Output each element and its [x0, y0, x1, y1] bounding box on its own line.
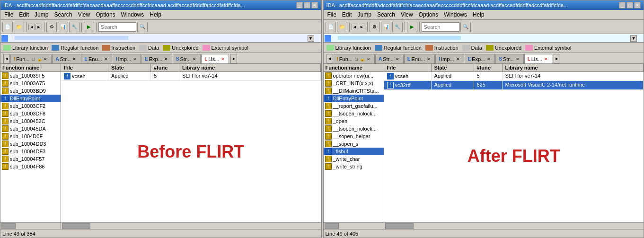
func-item-12-right[interactable]: f _write_string — [324, 163, 384, 170]
menu-jump-right[interactable]: Jump — [355, 10, 374, 19]
tab-close-str2-right[interactable]: ✕ — [515, 56, 520, 62]
tab-exp-right[interactable]: E Exp... ✕ — [465, 54, 495, 63]
back-arrow-right[interactable]: ◄ — [352, 24, 358, 30]
func-item-11-left[interactable]: f sub_10004F57 — [0, 155, 61, 163]
func-item-0-left[interactable]: f sub_100039F5 — [0, 72, 61, 79]
tab-str1-right[interactable]: A Str... ✕ — [375, 54, 404, 63]
func-item-10-left[interactable]: f sub_10004DF3 — [0, 148, 61, 155]
flirt-hscrollbar-right[interactable] — [384, 222, 644, 229]
tab-enu-left[interactable]: E Enu... ✕ — [81, 54, 112, 63]
flirt-row-1-right[interactable]: f vc32rtf Applied 625 Microsoft VisualC … — [384, 81, 644, 90]
tab-close-str2-left[interactable]: ✕ — [192, 56, 197, 62]
flirt-hscrollthumb-left[interactable] — [62, 223, 90, 229]
maximize-button-left[interactable]: □ — [304, 2, 310, 9]
func-item-4-right[interactable]: f __report_gsofailu... — [324, 102, 384, 110]
menu-file-right[interactable]: File — [325, 10, 339, 19]
tab-imp-right[interactable]: I Imp... ✕ — [435, 54, 464, 63]
func-item-5-left[interactable]: f sub_10003DF8 — [0, 110, 61, 117]
func-item-9-left[interactable]: f sub_10004DD3 — [0, 140, 61, 148]
func-item-12-left[interactable]: f sub_10004F86 — [0, 163, 61, 170]
func-item-7-left[interactable]: f sub_100045DA — [0, 125, 61, 132]
func-item-0-right[interactable]: f operator new(ui... — [324, 72, 384, 79]
search-input-left[interactable] — [98, 22, 136, 32]
minimap-scroll-btn-left[interactable]: ▼ — [308, 35, 314, 42]
close-button-left[interactable]: ✕ — [311, 2, 318, 9]
tab-close-lis-left[interactable]: ✕ — [220, 56, 226, 62]
minimize-button-right[interactable]: _ — [619, 2, 626, 9]
tab-enu-right[interactable]: E Enu... ✕ — [404, 54, 435, 63]
back-arrow-left[interactable]: ◄ — [28, 24, 35, 30]
tb-open-right[interactable]: 📁 — [337, 22, 347, 32]
tb-run-left[interactable]: ▶ — [84, 22, 94, 32]
func-item-6-left[interactable]: f sub_1000452C — [0, 117, 61, 125]
func-item-6-right[interactable]: f _open — [324, 117, 384, 125]
func-item-5-right[interactable]: f __tsopen_nolock... — [324, 110, 384, 117]
menu-view-right[interactable]: View — [398, 10, 416, 19]
menu-edit-left[interactable]: Edit — [16, 10, 32, 19]
tb-new-left[interactable]: 📄 — [2, 22, 13, 32]
func-item-4-left[interactable]: f sub_10003CF2 — [0, 102, 61, 110]
func-item-1-left[interactable]: f sub_10003A75 — [0, 79, 61, 87]
menu-edit-right[interactable]: Edit — [339, 10, 355, 19]
tb-search-btn-left[interactable]: 🔍 — [137, 22, 148, 32]
tab-float-fun-left[interactable]: □ — [30, 56, 36, 62]
menu-jump-left[interactable]: Jump — [32, 10, 51, 19]
menu-search-left[interactable]: Search — [51, 10, 75, 19]
tab-close-enu-right[interactable]: ✕ — [426, 56, 432, 62]
tab-scroll-right-right[interactable]: ► — [554, 54, 560, 63]
flirt-hscrollbar-left[interactable] — [61, 222, 321, 229]
func-list-scrollbar-right[interactable] — [324, 222, 384, 229]
fwd-arrow-left[interactable]: ► — [35, 24, 42, 30]
tb-btn5-right[interactable]: 🔧 — [392, 22, 403, 32]
func-item-7-right[interactable]: f __tsopen_nolock... — [324, 125, 384, 132]
func-list-scrollthumb-right[interactable] — [325, 223, 339, 229]
tab-close-fun-right[interactable]: ✕ — [366, 56, 371, 62]
tab-close-exp-right[interactable]: ✕ — [486, 56, 492, 62]
tab-scroll-left-right[interactable]: ◄ — [326, 54, 333, 63]
tab-close-str1-right[interactable]: ✕ — [395, 56, 400, 62]
func-item-3-left[interactable]: f DllEntryPoint — [0, 95, 61, 102]
tb-btn3-left[interactable]: ⚙ — [46, 22, 57, 32]
tab-close-imp-right[interactable]: ✕ — [455, 56, 461, 62]
func-item-2-right[interactable]: f __DllMainCRTSta... — [324, 87, 384, 95]
tab-close-lis-right[interactable]: ✕ — [543, 56, 549, 62]
tb-run-right[interactable]: ▶ — [407, 22, 417, 32]
tab-lis-left[interactable]: L Lis... ✕ — [201, 54, 229, 63]
func-list-scrollbar-left[interactable] — [0, 222, 61, 229]
menu-help-right[interactable]: Help — [470, 10, 487, 19]
func-item-8-left[interactable]: f sub_1004D0F — [0, 132, 61, 140]
menu-search-right[interactable]: Search — [374, 10, 398, 19]
tb-open-left[interactable]: 📁 — [14, 22, 24, 32]
tab-lock-fun-left[interactable]: 🔒 — [36, 56, 42, 62]
tb-btn3-right[interactable]: ⚙ — [370, 22, 380, 32]
flirt-row-0-right[interactable]: f vcseh Applied 5 SEH for vc7-14 — [384, 72, 644, 81]
tab-float-fun-right[interactable]: □ — [353, 56, 359, 62]
tab-str2-right[interactable]: S Str... ✕ — [495, 54, 523, 63]
menu-file-left[interactable]: File — [1, 10, 16, 19]
tab-lock-fun-right[interactable]: 🔒 — [360, 56, 365, 62]
tab-scroll-left-left[interactable]: ◄ — [3, 54, 10, 63]
tb-btn4-left[interactable]: 📊 — [58, 22, 68, 32]
tab-scroll-right-left[interactable]: ► — [230, 54, 237, 63]
tb-btn5-left[interactable]: 🔧 — [69, 22, 79, 32]
func-item-3-right[interactable]: f DllEntryPoint — [324, 95, 384, 102]
tab-close-str1-left[interactable]: ✕ — [71, 56, 77, 62]
tab-exp-left[interactable]: E Exp... ✕ — [141, 54, 172, 63]
flirt-row-0-left[interactable]: f vcseh Applied 5 SEH for vc7-14 — [61, 72, 321, 81]
func-item-11-right[interactable]: f _write_char — [324, 155, 384, 163]
menu-view-left[interactable]: View — [75, 10, 93, 19]
minimize-button-left[interactable]: _ — [296, 2, 303, 9]
flirt-hscrollthumb-right[interactable] — [385, 223, 414, 229]
fwd-arrow-right[interactable]: ► — [359, 24, 365, 30]
func-item-9-right[interactable]: f __sopen_s — [324, 140, 384, 148]
search-input-right[interactable] — [422, 22, 459, 32]
func-item-10-right[interactable]: f _flsbuf — [324, 148, 384, 155]
tb-search-btn-right[interactable]: 🔍 — [460, 22, 471, 32]
tb-btn4-right[interactable]: 📊 — [381, 22, 391, 32]
func-item-2-left[interactable]: f sub_10003BD9 — [0, 87, 61, 95]
minimap-scroll-btn-right[interactable]: ▼ — [630, 35, 637, 42]
tb-new-right[interactable]: 📄 — [326, 22, 336, 32]
menu-help-left[interactable]: Help — [147, 10, 164, 19]
maximize-button-right[interactable]: □ — [626, 2, 633, 9]
func-item-1-right[interactable]: f _CRT_INIT(x,x,x) — [324, 79, 384, 87]
